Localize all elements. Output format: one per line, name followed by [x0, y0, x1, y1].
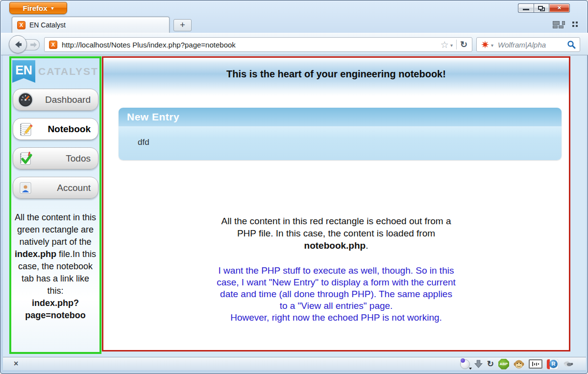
tab-strip: X EN Catalyst + — [1, 15, 588, 33]
window-controls: × — [518, 3, 570, 13]
xampp-favicon: X — [17, 21, 25, 29]
url-bar[interactable]: X http://localhost/Notes Plus/index.php?… — [44, 37, 472, 52]
entry-text: dfd — [138, 138, 149, 147]
back-button[interactable] — [9, 35, 27, 53]
close-icon: × — [558, 4, 562, 11]
greasemonkey-icon[interactable] — [514, 359, 524, 370]
page-refresh-icon[interactable]: ↻ — [487, 360, 494, 368]
urlbar-divider — [456, 40, 457, 49]
tab-en-catalyst[interactable]: X EN Catalyst — [12, 17, 170, 33]
content-annotation-blue: I want the PHP stuff to execute as well,… — [216, 265, 456, 324]
page-header-band: This is the heart of your engineering no… — [103, 58, 569, 96]
search-icon[interactable] — [567, 40, 576, 49]
wolfram-alpha-icon[interactable] — [481, 40, 490, 49]
back-arrow-icon — [13, 40, 23, 49]
restore-button[interactable] — [534, 3, 549, 13]
sidebar-item-label: Dashboard — [34, 94, 91, 105]
content-annotation-black: All the content in this red rectangle is… — [214, 215, 459, 252]
bookmark-caret-icon[interactable]: ▾ — [450, 43, 453, 48]
browser-window: Firefox ▾ × X EN Catalyst + — [0, 0, 588, 374]
catalyst-wordmark: CATALYST — [38, 66, 98, 77]
minimize-button[interactable] — [518, 3, 534, 13]
close-addon-bar-button[interactable]: × — [14, 359, 18, 369]
gauge-icon — [17, 92, 34, 108]
forward-arrow-icon — [30, 42, 37, 48]
search-input[interactable] — [498, 41, 567, 49]
url-text[interactable]: http://localhost/Notes Plus/index.php?pa… — [62, 41, 441, 49]
notebook-icon — [17, 121, 34, 138]
memory-chart-icon[interactable] — [529, 359, 542, 369]
new-entry-header[interactable]: New Entry — [119, 108, 562, 126]
sidebar-green-rectangle: EN CATALYST Dashboard — [9, 56, 101, 354]
sidebar-item-dashboard[interactable]: Dashboard — [13, 89, 98, 111]
tab-groups-icon[interactable] — [553, 21, 565, 28]
search-engine-caret-icon[interactable]: ▾ — [491, 43, 493, 48]
firefox-menu-label: Firefox — [23, 4, 47, 12]
chevron-down-icon: ▾ — [51, 5, 53, 11]
sidebar-item-label: Todos — [34, 153, 91, 164]
sidebar-item-todos[interactable]: Todos — [13, 147, 98, 169]
sidebar-item-account[interactable]: Account — [13, 177, 98, 199]
search-box[interactable]: ▾ — [476, 37, 580, 52]
page-title: This is the heart of your engineering no… — [226, 69, 446, 96]
close-button[interactable]: × — [549, 3, 570, 13]
site-logo: EN CATALYST — [12, 60, 98, 83]
firefox-menu-button[interactable]: Firefox ▾ — [9, 2, 67, 14]
reload-icon[interactable]: ↻ — [460, 40, 467, 49]
sidebar-annotation-note: All the content in this green rectangle … — [14, 211, 97, 322]
list-all-tabs-icon[interactable] — [572, 22, 578, 27]
site-favicon: X — [49, 41, 57, 49]
todo-check-icon — [17, 150, 34, 167]
tab-title: EN Catalyst — [29, 21, 66, 29]
page-viewport: EN CATALYST Dashboard — [3, 55, 586, 357]
adblock-plus-icon[interactable]: ABP — [498, 359, 509, 370]
addon-icon-row: ↻ ABP R — [460, 357, 573, 371]
new-entry-body: dfd — [119, 126, 562, 160]
download-arrow-icon[interactable] — [474, 360, 483, 368]
r-badge-icon[interactable]: R — [547, 359, 558, 369]
sidebar-item-notebook[interactable]: Notebook — [13, 118, 98, 140]
fly-icon[interactable] — [563, 360, 573, 368]
new-entry-panel: New Entry dfd — [119, 108, 562, 160]
sidebar-item-label: Account — [34, 183, 91, 193]
user-icon — [17, 180, 34, 196]
titlebar: Firefox ▾ × — [0, 0, 588, 15]
world-clock-icon[interactable] — [460, 359, 470, 369]
sidebar-item-label: Notebook — [34, 124, 91, 135]
addon-bar: × ↻ ABP R — [3, 357, 586, 370]
navigation-bar: X http://localhost/Notes Plus/index.php?… — [1, 33, 588, 55]
en-logo-badge: EN — [12, 60, 35, 83]
new-tab-button[interactable]: + — [173, 19, 192, 31]
content-red-rectangle: This is the heart of your engineering no… — [102, 56, 570, 351]
minimize-icon — [523, 9, 529, 10]
bookmark-star-icon[interactable]: ☆ — [441, 40, 449, 49]
